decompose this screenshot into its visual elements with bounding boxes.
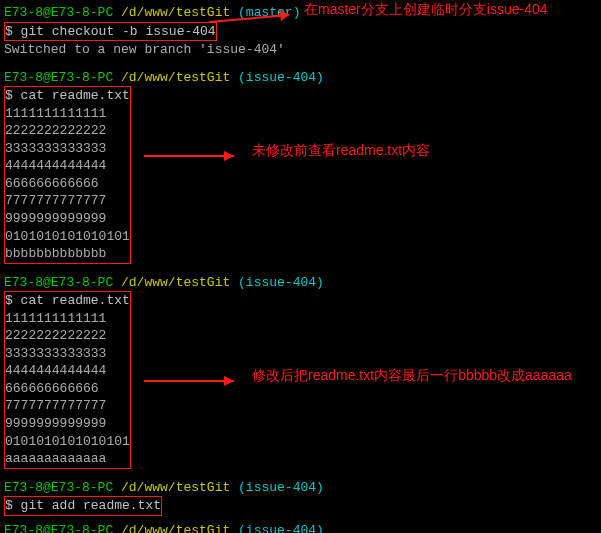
file-line: bbbbbbbbbbbbb: [5, 245, 130, 263]
file-line: 7777777777777: [5, 397, 130, 415]
file-line: 666666666666: [5, 175, 130, 193]
file-line: 2222222222222: [5, 122, 130, 140]
file-line: 0101010101010101: [5, 228, 130, 246]
block-add: E73-8@E73-8-PC /d/www/testGit (issue-404…: [4, 479, 597, 516]
block-checkout: E73-8@E73-8-PC /d/www/testGit (master) $…: [4, 4, 597, 59]
annotation-3: 修改后把readme.txt内容最后一行bbbbb改成aaaaaa: [252, 366, 572, 385]
file-line: 666666666666: [5, 380, 130, 398]
block-cat-after: E73-8@E73-8-PC /d/www/testGit (issue-404…: [4, 274, 597, 469]
boxed-command: $ git checkout -b issue-404: [4, 22, 217, 42]
prompt-user: E73-8@E73-8-PC: [4, 480, 113, 495]
prompt-user: E73-8@E73-8-PC: [4, 275, 113, 290]
annotation-1: 在master分支上创建临时分支issue-404: [304, 0, 548, 19]
prompt-path: /d/www/testGit: [113, 5, 230, 20]
prompt-branch: (issue-404): [230, 523, 324, 533]
file-line: 2222222222222: [5, 327, 130, 345]
file-line: 1111111111111: [5, 105, 130, 123]
annotation-2: 未修改前查看readme.txt内容: [252, 141, 430, 160]
arrow-icon: [144, 149, 244, 163]
prompt-branch: (issue-404): [230, 70, 324, 85]
file-line: 1111111111111: [5, 310, 130, 328]
file-line: 3333333333333: [5, 140, 130, 158]
prompt-path: /d/www/testGit: [113, 275, 230, 290]
file-line: 4444444444444: [5, 157, 130, 175]
cmd-cat: $ cat readme.txt: [5, 87, 130, 105]
file-line: aaaaaaaaaaaaa: [5, 450, 130, 468]
block-cat-before: E73-8@E73-8-PC /d/www/testGit (issue-404…: [4, 69, 597, 264]
boxed-output: $ cat readme.txt 1111111111111 222222222…: [4, 86, 131, 263]
prompt-line: E73-8@E73-8-PC /d/www/testGit (issue-404…: [4, 522, 597, 533]
arrow-icon: [144, 374, 244, 388]
prompt-line: E73-8@E73-8-PC /d/www/testGit (issue-404…: [4, 274, 597, 292]
prompt-path: /d/www/testGit: [113, 480, 230, 495]
svg-marker-3: [224, 151, 234, 161]
prompt-branch: (issue-404): [230, 275, 324, 290]
cmd-cat: $ cat readme.txt: [5, 292, 130, 310]
prompt-branch: (master): [230, 5, 300, 20]
prompt-user: E73-8@E73-8-PC: [4, 5, 113, 20]
prompt-line: E73-8@E73-8-PC /d/www/testGit (issue-404…: [4, 479, 597, 497]
prompt-user: E73-8@E73-8-PC: [4, 523, 113, 533]
prompt-user: E73-8@E73-8-PC: [4, 70, 113, 85]
cmd-add: $ git add readme.txt: [5, 497, 161, 515]
svg-marker-5: [224, 376, 234, 386]
prompt-branch: (issue-404): [230, 480, 324, 495]
prompt-path: /d/www/testGit: [113, 523, 230, 533]
prompt-line: E73-8@E73-8-PC /d/www/testGit (issue-404…: [4, 69, 597, 87]
file-line: 3333333333333: [5, 345, 130, 363]
file-line: 7777777777777: [5, 192, 130, 210]
cmd-checkout: $ git checkout -b issue-404: [5, 23, 216, 41]
boxed-command: $ git add readme.txt: [4, 496, 162, 516]
boxed-output: $ cat readme.txt 1111111111111 222222222…: [4, 291, 131, 468]
output-switched: Switched to a new branch 'issue-404': [4, 41, 597, 59]
file-line: 0101010101010101: [5, 433, 130, 451]
prompt-path: /d/www/testGit: [113, 70, 230, 85]
file-line: 4444444444444: [5, 362, 130, 380]
file-line: 9999999999999: [5, 210, 130, 228]
block-commit: E73-8@E73-8-PC /d/www/testGit (issue-404…: [4, 522, 597, 533]
file-line: 9999999999999: [5, 415, 130, 433]
